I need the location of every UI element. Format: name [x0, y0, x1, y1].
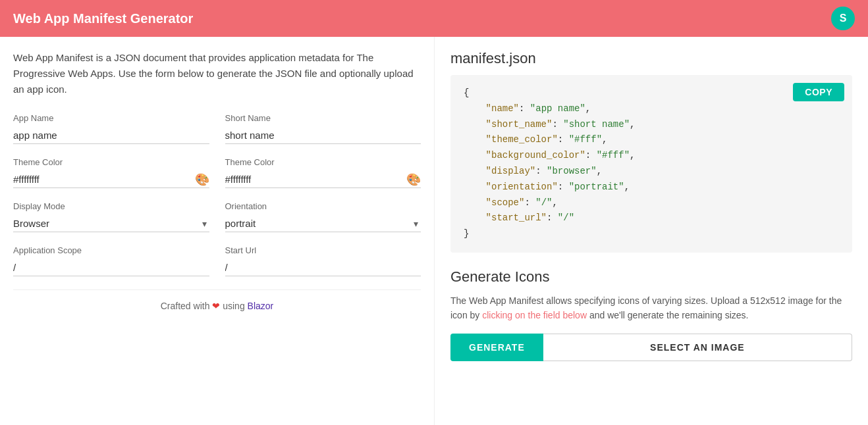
- generate-buttons: GENERATE SELECT AN IMAGE: [450, 334, 852, 361]
- header-title: Web App Manifest Generator: [13, 11, 193, 26]
- copy-button[interactable]: COPY: [793, 83, 844, 101]
- generate-icons-title: Generate Icons: [450, 268, 852, 286]
- theme-color-label-2: Theme Color: [225, 157, 421, 167]
- app-name-label: App Name: [13, 113, 209, 123]
- app-scope-label: Application Scope: [13, 245, 209, 255]
- orientation-label: Orientation: [225, 201, 421, 211]
- start-url-label: Start Url: [225, 245, 421, 255]
- footer-text-after: using: [223, 301, 244, 311]
- right-panel: manifest.json COPY { "name": "app name",…: [435, 37, 868, 425]
- click-link[interactable]: clicking on the field below: [482, 310, 587, 320]
- left-panel: Web App Manifest is a JSON document that…: [0, 37, 435, 425]
- short-name-label: Short Name: [225, 113, 421, 123]
- orientation-select[interactable]: portrait landscape any natural: [225, 215, 421, 232]
- avatar: S: [831, 7, 855, 30]
- footer: Crafted with ❤ using Blazor: [13, 289, 421, 322]
- display-mode-group: Display Mode Browser Fullscreen Standalo…: [13, 201, 209, 232]
- app-name-group: App Name: [13, 113, 209, 144]
- footer-text-before: Crafted with: [161, 301, 210, 311]
- start-url-group: Start Url: [225, 245, 421, 276]
- theme-color-group-2: Theme Color 🎨: [225, 157, 421, 188]
- start-url-input[interactable]: [225, 259, 421, 276]
- theme-color-label-1: Theme Color: [13, 157, 209, 167]
- app-name-input[interactable]: [13, 127, 209, 144]
- footer-heart-icon: ❤: [212, 301, 223, 311]
- json-content: { "name": "app name", "short_name": "sho…: [464, 86, 839, 242]
- json-block: COPY { "name": "app name", "short_name":…: [450, 75, 852, 253]
- manifest-json-title: manifest.json: [450, 50, 852, 67]
- generate-icons-section: Generate Icons The Web App Manifest allo…: [450, 268, 852, 361]
- app-scope-group: Application Scope: [13, 245, 209, 276]
- generate-button[interactable]: GENERATE: [450, 334, 543, 361]
- theme-color-group-1: Theme Color 🎨: [13, 157, 209, 188]
- form-row-names: App Name Short Name: [13, 113, 421, 144]
- main-container: Web App Manifest is a JSON document that…: [0, 37, 868, 425]
- color-picker-icon-2[interactable]: 🎨: [406, 172, 421, 187]
- theme-color-input-2[interactable]: [225, 171, 421, 188]
- display-mode-label: Display Mode: [13, 201, 209, 211]
- color-picker-icon-1[interactable]: 🎨: [195, 172, 209, 187]
- form-row-colors: Theme Color 🎨 Theme Color 🎨: [13, 157, 421, 188]
- generate-icons-desc: The Web App Manifest allows specifying i…: [450, 293, 852, 323]
- app-scope-input[interactable]: [13, 259, 209, 276]
- display-mode-select[interactable]: Browser Fullscreen Standalone Minimal UI: [13, 215, 209, 232]
- header: Web App Manifest Generator S: [0, 0, 868, 37]
- theme-color-input-1[interactable]: [13, 171, 209, 188]
- form-row-scope: Application Scope Start Url: [13, 245, 421, 276]
- orientation-group: Orientation portrait landscape any natur…: [225, 201, 421, 232]
- description: Web App Manifest is a JSON document that…: [13, 50, 421, 97]
- form-row-display: Display Mode Browser Fullscreen Standalo…: [13, 201, 421, 232]
- short-name-input[interactable]: [225, 127, 421, 144]
- select-image-button[interactable]: SELECT AN IMAGE: [543, 334, 852, 361]
- blazor-link[interactable]: Blazor: [248, 301, 274, 311]
- short-name-group: Short Name: [225, 113, 421, 144]
